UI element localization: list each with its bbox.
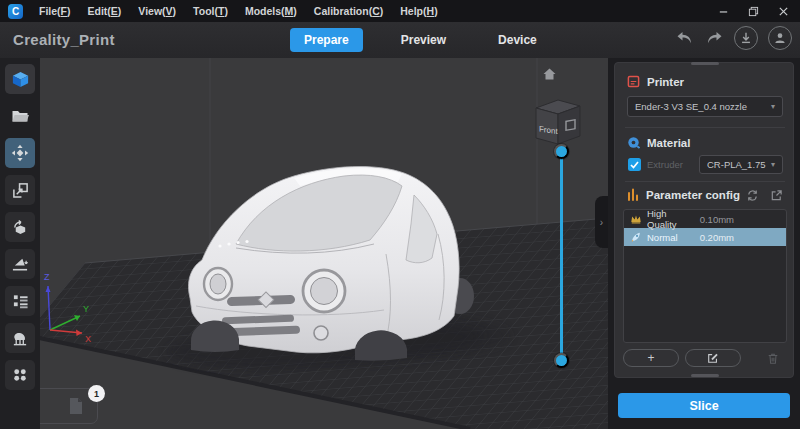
menu-bar-items: File(F)Edit(E)View(V)Tool(T)Models(M)Cal… bbox=[39, 5, 438, 17]
undo-button[interactable] bbox=[674, 28, 694, 48]
panel-collapse-handle[interactable]: › bbox=[595, 196, 608, 248]
add-profile-button[interactable]: + bbox=[623, 349, 679, 367]
parameter-section-header: Parameter config bbox=[627, 188, 740, 201]
panel-drag-handle-bottom[interactable] bbox=[691, 374, 719, 377]
profile-layer-height: 0.20mm bbox=[700, 232, 734, 243]
undo-icon bbox=[676, 31, 693, 45]
account-icon bbox=[773, 31, 787, 45]
profile-layer-height: 0.10mm bbox=[700, 214, 734, 225]
printer-select-value: Ender-3 V3 SE_0.4 nozzle bbox=[635, 101, 747, 112]
sidebar-item-scale[interactable] bbox=[5, 175, 35, 205]
download-button[interactable] bbox=[734, 26, 758, 50]
add-model-icon bbox=[11, 70, 30, 89]
svg-text:Y: Y bbox=[83, 304, 89, 314]
lay-flat-icon bbox=[11, 256, 29, 273]
creality-logo-icon: C bbox=[8, 4, 23, 19]
tab-device[interactable]: Device bbox=[484, 28, 551, 52]
minimize-button[interactable] bbox=[712, 2, 734, 20]
sidebar-item-add-model[interactable] bbox=[5, 64, 35, 94]
material-section-header: Material bbox=[627, 136, 690, 149]
sidebar-item-rotate[interactable] bbox=[5, 212, 35, 242]
material-select[interactable]: CR-PLA_1.75 ▾ bbox=[699, 155, 783, 174]
printer-icon bbox=[627, 75, 640, 88]
profile-row-normal[interactable]: Normal0.20mm bbox=[624, 228, 786, 246]
svg-text:X: X bbox=[85, 334, 91, 344]
right-panel: › Printer Ender-3 V3 SE_0.4 nozzle ▾ bbox=[608, 58, 800, 429]
account-button[interactable] bbox=[768, 26, 792, 50]
settings-card: Printer Ender-3 V3 SE_0.4 nozzle ▾ Mater… bbox=[614, 62, 794, 378]
viewport-3d[interactable]: Z Y X Front bbox=[40, 58, 608, 429]
minimize-icon bbox=[718, 6, 729, 17]
sidebar-item-more-tools[interactable] bbox=[5, 360, 35, 390]
build-plate-scene: Z Y X bbox=[40, 58, 608, 429]
sidebar-item-support[interactable] bbox=[5, 323, 35, 353]
sync-icon bbox=[746, 189, 759, 202]
home-icon bbox=[543, 68, 556, 80]
material-label: Material bbox=[647, 137, 690, 149]
layer-slider-handle-top[interactable] bbox=[554, 144, 569, 159]
sidebar-item-open-file[interactable] bbox=[5, 101, 35, 131]
home-view-button[interactable] bbox=[540, 66, 558, 82]
object-list-icon bbox=[12, 293, 29, 309]
header-bar: Creality_Print PreparePreviewDevice bbox=[0, 22, 800, 58]
slice-button[interactable]: Slice bbox=[618, 393, 790, 418]
sync-profiles-button[interactable] bbox=[746, 189, 759, 202]
layer-slider-handle-bottom[interactable] bbox=[554, 353, 569, 368]
chevron-down-icon: ▾ bbox=[771, 160, 775, 169]
maximize-icon bbox=[748, 6, 759, 17]
menu-item-calibration[interactable]: Calibration(C) bbox=[314, 5, 383, 17]
menu-item-models[interactable]: Models(M) bbox=[245, 5, 297, 17]
delete-profile-button[interactable] bbox=[767, 352, 779, 365]
redo-button[interactable] bbox=[704, 28, 724, 48]
window-controls bbox=[712, 2, 800, 20]
panel-drag-handle-top[interactable] bbox=[691, 62, 719, 65]
nav-cube[interactable]: Front bbox=[528, 88, 586, 150]
more-tools-icon bbox=[12, 367, 28, 383]
export-icon bbox=[770, 189, 783, 202]
divider bbox=[625, 127, 785, 128]
app-window: C File(F)Edit(E)View(V)Tool(T)Models(M)C… bbox=[0, 0, 800, 429]
redo-icon bbox=[706, 31, 723, 45]
trash-icon bbox=[767, 352, 779, 365]
chevron-down-icon: ▾ bbox=[771, 102, 775, 111]
expand-parameters-button[interactable] bbox=[770, 189, 783, 202]
view-tabs: PreparePreviewDevice bbox=[290, 28, 551, 52]
svg-text:Z: Z bbox=[44, 272, 50, 282]
check-icon bbox=[630, 161, 639, 169]
menu-bar: C File(F)Edit(E)View(V)Tool(T)Models(M)C… bbox=[0, 0, 800, 22]
profile-name: High Quality bbox=[647, 209, 695, 230]
plate-count-badge: 1 bbox=[88, 385, 105, 402]
maximize-button[interactable] bbox=[742, 2, 764, 20]
menu-item-file[interactable]: File(F) bbox=[39, 5, 71, 17]
menu-item-edit[interactable]: Edit(E) bbox=[88, 5, 122, 17]
parameter-config-icon bbox=[627, 188, 639, 201]
model-car[interactable] bbox=[189, 167, 475, 361]
profile-name: Normal bbox=[647, 232, 678, 243]
printer-select[interactable]: Ender-3 V3 SE_0.4 nozzle ▾ bbox=[627, 96, 783, 117]
move-icon bbox=[11, 144, 29, 162]
sidebar-item-lay-flat[interactable] bbox=[5, 249, 35, 279]
file-icon bbox=[68, 397, 84, 415]
profile-actions: + bbox=[623, 349, 787, 367]
extruder-checkbox[interactable] bbox=[628, 158, 641, 171]
rocket-icon bbox=[630, 231, 642, 243]
layer-slider-track bbox=[560, 151, 563, 360]
edit-icon bbox=[707, 352, 719, 364]
sidebar-item-move[interactable] bbox=[5, 138, 35, 168]
header-actions bbox=[674, 26, 792, 50]
close-button[interactable] bbox=[772, 2, 794, 20]
crown-icon bbox=[630, 214, 642, 224]
scale-icon bbox=[12, 182, 29, 199]
menu-item-view[interactable]: View(V) bbox=[138, 5, 176, 17]
profile-row-high-quality[interactable]: High Quality0.10mm bbox=[624, 210, 786, 228]
menu-item-help[interactable]: Help(H) bbox=[400, 5, 437, 17]
sidebar-item-object-list[interactable] bbox=[5, 286, 35, 316]
tab-preview[interactable]: Preview bbox=[387, 28, 460, 52]
material-icon bbox=[627, 136, 640, 149]
tab-prepare[interactable]: Prepare bbox=[290, 28, 363, 52]
open-file-icon bbox=[11, 108, 29, 124]
menu-item-tool[interactable]: Tool(T) bbox=[193, 5, 228, 17]
support-icon bbox=[11, 330, 29, 347]
divider bbox=[625, 181, 785, 182]
edit-profile-button[interactable] bbox=[685, 349, 741, 367]
